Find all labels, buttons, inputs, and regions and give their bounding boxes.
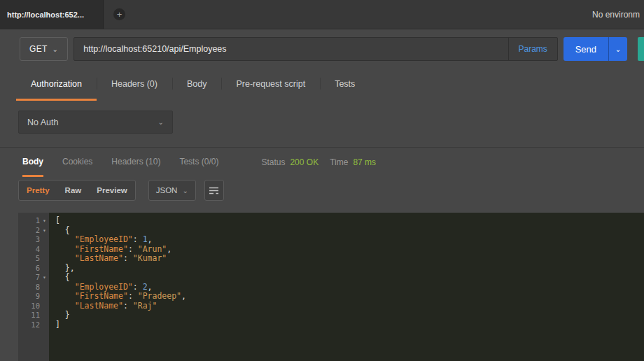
auth-type-value: No Auth [27, 118, 58, 127]
code-line: "LastName": "Kumar" [55, 254, 644, 264]
response-tab-cookies[interactable]: Cookies [62, 148, 92, 177]
code-line: "EmployeeID": 2, [55, 283, 644, 292]
tab-authorization[interactable]: Authorization [16, 69, 97, 101]
format-select[interactable]: JSON ⌄ [148, 180, 196, 201]
chevron-down-icon: ⌄ [52, 45, 59, 53]
chevron-down-icon: ⌄ [158, 118, 164, 126]
status-label: Status [261, 157, 285, 167]
code-line: "LastName": "Raj" [55, 302, 644, 311]
send-options-button[interactable]: ⌄ [608, 37, 627, 61]
line-number: 9 [36, 292, 40, 302]
request-tabs: AuthorizationHeaders (0)BodyPre-request … [0, 69, 644, 101]
postman-window: http://localhost:652... + No environm GE… [0, 0, 644, 361]
response-tab-body[interactable]: Body [22, 148, 43, 177]
view-mode-pretty[interactable]: Pretty [19, 180, 57, 200]
tab-pre-request-script[interactable]: Pre-request script [221, 69, 320, 101]
environment-selector[interactable]: No environm [592, 10, 644, 20]
plus-icon: + [117, 9, 122, 20]
view-mode-toggle: PrettyRawPreview [18, 180, 136, 201]
code-line: { [55, 273, 644, 283]
url-group: Params [74, 37, 557, 61]
code-line: "EmployeeID": 1, [55, 235, 644, 245]
tab-bar: http://localhost:652... + No environm [0, 0, 644, 29]
params-button[interactable]: Params [508, 38, 557, 60]
response-body-editor[interactable]: 1▾2▾34567▾89101112 [ { "EmployeeID": 1, … [18, 213, 644, 361]
save-button-partial[interactable] [638, 37, 644, 61]
line-number: 10 [31, 302, 40, 311]
response-tab-headers-10[interactable]: Headers (10) [111, 148, 160, 177]
response-status: Status 200 OK Time 87 ms [261, 148, 376, 177]
wrap-lines-icon [209, 187, 218, 194]
response-tabs: BodyCookiesHeaders (10)Tests (0/0) [22, 148, 237, 177]
status-value: 200 OK [290, 157, 318, 167]
line-number: 5 [36, 254, 40, 264]
send-button[interactable]: Send [564, 37, 608, 61]
line-number: 11 [31, 311, 40, 320]
request-tab-title: http://localhost:652... [7, 10, 84, 19]
code-line: "FirstName": "Pradeep", [55, 292, 644, 302]
auth-type-select[interactable]: No Auth ⌄ [18, 111, 173, 134]
code-line: }, [55, 264, 644, 274]
chevron-down-icon: ⌄ [182, 187, 188, 194]
url-input[interactable] [74, 38, 507, 60]
code-line: ] [55, 320, 644, 330]
view-mode-preview[interactable]: Preview [89, 180, 134, 200]
response-section: BodyCookiesHeaders (10)Tests (0/0) Statu… [0, 147, 644, 361]
editor-code: [ { "EmployeeID": 1, "FirstName": "Arun"… [49, 213, 644, 361]
request-builder: GET ⌄ Params Send ⌄ [0, 29, 644, 69]
format-value: JSON [156, 186, 178, 194]
line-number: 8 [36, 283, 40, 292]
request-tab[interactable]: http://localhost:652... [0, 0, 104, 29]
response-toolbar: PrettyRawPreview JSON ⌄ [0, 177, 644, 204]
editor-gutter: 1▾2▾34567▾89101112 [18, 213, 49, 361]
code-line: } [55, 311, 644, 320]
tab-headers-0[interactable]: Headers (0) [97, 69, 172, 101]
send-group: Send ⌄ [564, 37, 627, 61]
code-line: "FirstName": "Arun", [55, 245, 644, 255]
fold-toggle-icon[interactable]: ▾ [40, 273, 49, 283]
code-line: [ [55, 216, 644, 226]
tab-tests[interactable]: Tests [320, 69, 370, 101]
fold-toggle-icon[interactable]: ▾ [40, 216, 49, 226]
method-select[interactable]: GET ⌄ [20, 37, 68, 61]
line-number: 12 [31, 320, 40, 330]
new-tab-button[interactable]: + [113, 8, 125, 20]
fold-toggle-icon[interactable]: ▾ [40, 226, 49, 236]
line-number: 3 [36, 235, 40, 245]
authorization-panel: No Auth ⌄ [0, 101, 644, 134]
wrap-lines-button[interactable] [204, 180, 224, 201]
response-tab-tests-0-0[interactable]: Tests (0/0) [179, 148, 218, 177]
line-number: 4 [36, 245, 40, 255]
chevron-down-icon: ⌄ [615, 45, 621, 53]
time-value: 87 ms [353, 157, 376, 167]
line-number: 6 [36, 264, 40, 274]
time-label: Time [330, 157, 348, 167]
method-label: GET [29, 44, 48, 54]
response-meta-row: BodyCookiesHeaders (10)Tests (0/0) Statu… [0, 148, 644, 177]
tab-body[interactable]: Body [172, 69, 222, 101]
view-mode-raw[interactable]: Raw [57, 180, 90, 200]
code-line: { [55, 226, 644, 236]
